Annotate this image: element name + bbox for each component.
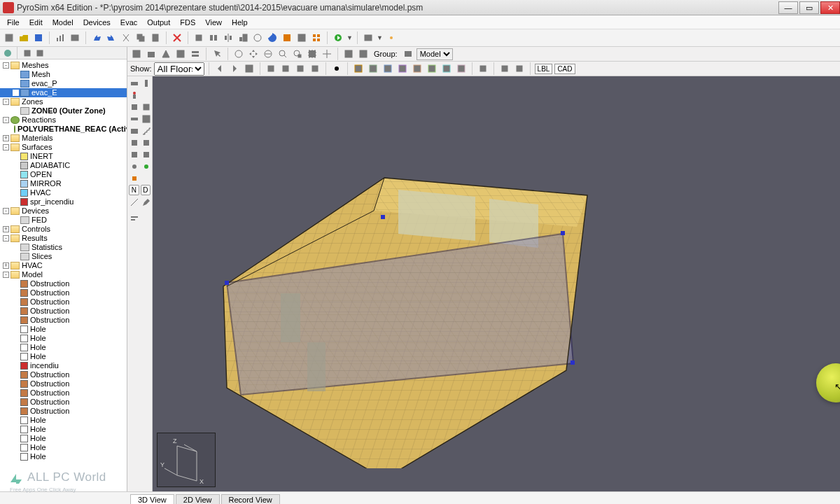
tree-toggle-icon[interactable]: -	[3, 235, 9, 241]
save-icon[interactable]	[32, 31, 45, 44]
viz-b-icon[interactable]	[367, 62, 379, 75]
mesh-icon[interactable]	[295, 31, 308, 44]
3d-viewport[interactable]: ↖ Z X Y	[153, 76, 840, 491]
d-button[interactable]: D	[141, 185, 151, 195]
tab-3d-view[interactable]: 3D View	[130, 494, 174, 504]
world-icon[interactable]	[2, 48, 13, 58]
pencil-icon[interactable]	[141, 197, 151, 207]
menu-devices[interactable]: Devices	[79, 17, 115, 28]
tree-toggle-icon[interactable]: -	[3, 99, 9, 105]
tree-item[interactable]: Obstruction	[0, 316, 127, 325]
delete-icon[interactable]	[171, 31, 183, 44]
tree-item[interactable]: Hole	[0, 416, 127, 425]
view-home-icon[interactable]	[130, 48, 143, 60]
expand-icon[interactable]	[22, 48, 32, 58]
tree-item[interactable]: POLYURETHANE_REAC (Active)	[0, 125, 127, 134]
marker-a-icon[interactable]	[330, 62, 343, 75]
tree-item[interactable]: Hole	[0, 452, 127, 461]
tree-item[interactable]: -Meshes	[0, 61, 127, 70]
draw-gear-icon[interactable]	[129, 161, 139, 172]
tree-item[interactable]: Mesh	[0, 70, 127, 79]
tree-item[interactable]: Hole	[0, 334, 127, 343]
snap-a-icon[interactable]	[265, 62, 277, 75]
tree-item[interactable]: Obstruction	[0, 307, 127, 316]
dim-c-icon[interactable]	[513, 62, 526, 75]
tree-item[interactable]: ZONE0 (Outer Zone)	[0, 106, 127, 115]
pan-icon[interactable]	[247, 48, 260, 60]
draw-stairs-icon[interactable]	[141, 125, 151, 136]
tree-item[interactable]: -Devices	[0, 206, 127, 216]
tree-item[interactable]: Hole	[0, 434, 127, 443]
split-icon[interactable]	[207, 31, 220, 44]
tree-toggle-icon[interactable]: +	[3, 226, 9, 232]
view-persp-icon[interactable]	[160, 48, 172, 60]
tab-2d-view[interactable]: 2D View	[176, 494, 220, 504]
tree-toggle-icon[interactable]: -	[3, 144, 9, 150]
viz-a-icon[interactable]	[352, 62, 365, 75]
floor-prev-icon[interactable]	[214, 62, 226, 75]
floor-next-icon[interactable]	[228, 62, 241, 75]
viz-c-icon[interactable]	[382, 62, 394, 75]
tree-item[interactable]: Hole	[0, 443, 127, 452]
viz-g-icon[interactable]	[440, 62, 453, 75]
draw-init-icon[interactable]	[129, 149, 139, 160]
pointer-icon[interactable]	[211, 48, 223, 60]
tree-item[interactable]: Obstruction	[0, 407, 127, 416]
axis-gizmo[interactable]: Z X Y	[157, 433, 216, 487]
draw-hole-icon[interactable]	[141, 102, 151, 112]
render-icon[interactable]	[362, 31, 374, 44]
tree-item[interactable]: Obstruction	[0, 279, 127, 288]
draw-slab-icon[interactable]	[129, 78, 139, 88]
new-icon[interactable]	[3, 31, 15, 44]
draw-box-icon[interactable]	[129, 102, 139, 112]
minimize-button[interactable]: —	[778, 1, 798, 14]
grid-toggle-icon[interactable]	[281, 31, 293, 44]
viz-e-icon[interactable]	[411, 62, 424, 75]
tree-toggle-icon[interactable]: +	[3, 262, 9, 269]
draw-zone-icon[interactable]	[141, 149, 151, 160]
tree-item[interactable]: MIRROR	[0, 179, 127, 188]
tree-item[interactable]: Hole	[0, 425, 127, 434]
draw-patch-icon[interactable]	[129, 137, 139, 148]
run-icon[interactable]	[332, 31, 344, 44]
tree-item[interactable]: +Controls	[0, 225, 127, 234]
tree-item[interactable]: -Reactions	[0, 115, 127, 125]
tree-item[interactable]: INERT	[0, 152, 127, 161]
menu-help[interactable]: Help	[227, 17, 252, 28]
draw-gear2-icon[interactable]	[141, 161, 151, 172]
copy-icon[interactable]	[134, 31, 147, 44]
tree-toggle-icon[interactable]: -	[3, 62, 9, 69]
tree-item[interactable]: Obstruction	[0, 379, 127, 388]
draw-person-icon[interactable]	[129, 90, 139, 100]
tree-item[interactable]: Slices	[0, 252, 127, 261]
floor-grid-icon[interactable]	[243, 62, 255, 75]
tree-item[interactable]: evac_E	[0, 88, 127, 97]
zoom-icon[interactable]	[276, 48, 289, 60]
menu-view[interactable]: View	[201, 17, 226, 28]
wireframe-icon[interactable]	[342, 48, 355, 60]
mirror-icon[interactable]	[222, 31, 234, 44]
lbl-tag[interactable]: LBL	[535, 64, 553, 74]
tree-item[interactable]: ADIABATIC	[0, 161, 127, 170]
menu-model[interactable]: Model	[48, 17, 78, 28]
group-select[interactable]: Model	[416, 48, 453, 60]
menu-edit[interactable]: Edit	[25, 17, 47, 28]
scale-icon[interactable]	[237, 31, 249, 44]
tree-item[interactable]: Obstruction	[0, 288, 127, 298]
draw-room-icon[interactable]	[129, 125, 139, 136]
menu-output[interactable]: Output	[143, 17, 174, 28]
model-tree[interactable]: -MeshesMeshevac_Pevac_E-ZonesZONE0 (Oute…	[0, 59, 127, 491]
tree-item[interactable]: Hole	[0, 325, 127, 334]
tree-item[interactable]: -Results	[0, 234, 127, 243]
snap-b-icon[interactable]	[279, 62, 292, 75]
tree-item[interactable]: Obstruction	[0, 398, 127, 407]
viz-d-icon[interactable]	[396, 62, 409, 75]
draw-fire-icon[interactable]	[129, 173, 139, 183]
close-button[interactable]: ✕	[820, 1, 840, 14]
maximize-button[interactable]: ▭	[799, 1, 819, 14]
tree-item[interactable]: FED	[0, 216, 127, 225]
mesh-display-icon[interactable]	[357, 48, 370, 60]
viz-h-icon[interactable]	[455, 62, 468, 75]
draw-wall-icon[interactable]	[141, 78, 151, 88]
tree-item[interactable]: -Model	[0, 270, 127, 279]
